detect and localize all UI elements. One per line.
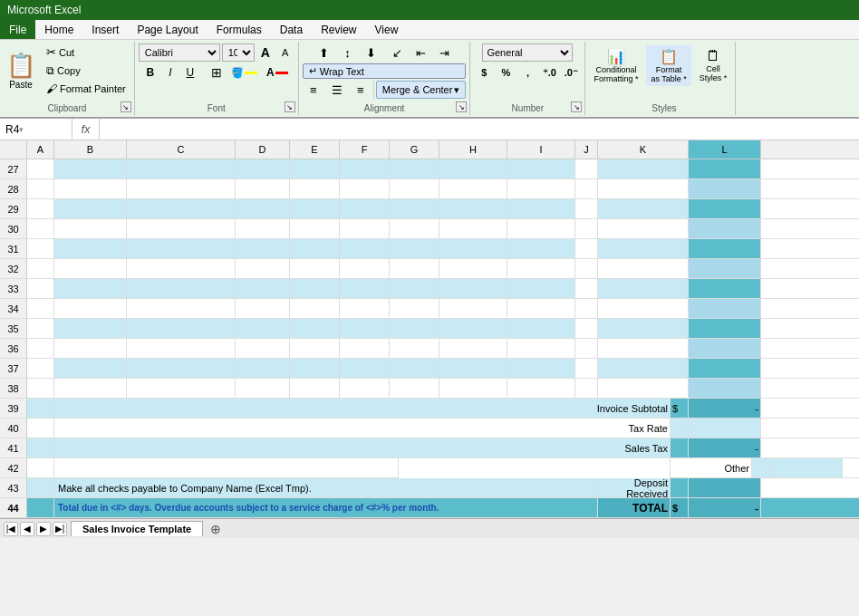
align-bottom[interactable]: ⬇ — [361, 43, 382, 62]
cell-33-a[interactable] — [27, 279, 54, 298]
cell-37-l[interactable] — [689, 359, 761, 378]
cell-36-k[interactable] — [598, 339, 689, 358]
cell-30-g[interactable] — [390, 219, 439, 238]
fx-button[interactable]: fx — [72, 119, 100, 140]
cell-34-f[interactable] — [340, 299, 390, 318]
cell-35-c[interactable] — [127, 319, 236, 338]
cell-43-val[interactable] — [689, 478, 761, 497]
cell-37-d[interactable] — [236, 359, 290, 378]
cell-38-g[interactable] — [390, 379, 439, 398]
cell-33-k[interactable] — [598, 279, 689, 298]
font-size-decrease[interactable]: A — [276, 43, 294, 62]
cell-30-c[interactable] — [127, 219, 236, 238]
cell-37-i[interactable] — [507, 359, 575, 378]
cell-28-g[interactable] — [390, 179, 439, 198]
cell-35-h[interactable] — [439, 319, 507, 338]
cell-28-c[interactable] — [127, 179, 236, 198]
cell-37-h[interactable] — [439, 359, 507, 378]
cell-35-a[interactable] — [27, 319, 54, 338]
cell-40-val[interactable] — [689, 419, 761, 438]
cell-30-f[interactable] — [340, 219, 390, 238]
cell-29-i[interactable] — [507, 199, 575, 218]
cell-41-dollar[interactable] — [671, 438, 689, 457]
cell-31-b[interactable] — [54, 239, 127, 258]
cell-38-h[interactable] — [439, 379, 507, 398]
menu-view[interactable]: View — [366, 20, 408, 39]
cell-32-h[interactable] — [439, 259, 507, 278]
cell-31-f[interactable] — [340, 239, 390, 258]
menu-insert[interactable]: Insert — [82, 20, 128, 39]
cell-37-b[interactable] — [54, 359, 127, 378]
cell-32-k[interactable] — [598, 259, 689, 278]
dec-increase-button[interactable]: ⁺.0 — [539, 63, 559, 82]
cell-33-b[interactable] — [54, 279, 127, 298]
cell-27-f[interactable] — [340, 159, 390, 178]
cell-34-b[interactable] — [54, 299, 127, 318]
cell-30-e[interactable] — [290, 219, 340, 238]
cell-30-h[interactable] — [439, 219, 507, 238]
cell-30-j[interactable] — [575, 219, 598, 238]
cell-28-j[interactable] — [575, 179, 598, 198]
cell-32-e[interactable] — [290, 259, 340, 278]
cell-42-label[interactable]: Other — [671, 458, 752, 477]
format-as-table-button[interactable]: 📋 Format as Table * — [646, 45, 690, 86]
cell-27-b[interactable] — [54, 159, 127, 178]
cell-28-e[interactable] — [290, 179, 340, 198]
cell-31-k[interactable] — [598, 239, 689, 258]
nav-next[interactable]: ▶ — [36, 522, 51, 536]
number-expand[interactable]: ↘ — [571, 101, 582, 112]
cell-30-i[interactable] — [507, 219, 575, 238]
cell-32-l[interactable] — [689, 259, 761, 278]
conditional-formatting-button[interactable]: 📊 Conditional Formatting * — [589, 45, 642, 86]
cell-35-j[interactable] — [575, 319, 598, 338]
cell-33-e[interactable] — [290, 279, 340, 298]
cell-32-c[interactable] — [127, 259, 236, 278]
dollar-button[interactable]: $ — [474, 63, 494, 82]
cell-30-l[interactable] — [689, 219, 761, 238]
cell-36-g[interactable] — [390, 339, 439, 358]
cell-33-l[interactable] — [689, 279, 761, 298]
cell-37-k[interactable] — [598, 359, 689, 378]
cell-27-k[interactable] — [598, 159, 689, 178]
cell-38-k[interactable] — [598, 379, 689, 398]
menu-file[interactable]: File — [0, 20, 35, 39]
cell-43-a[interactable] — [27, 478, 54, 497]
cell-29-d[interactable] — [236, 199, 290, 218]
cell-43-footer-text[interactable]: Make all checks payable to Company Name … — [54, 478, 598, 497]
sheet-tab-sales-invoice[interactable]: Sales Invoice Template — [71, 521, 203, 536]
cell-33-h[interactable] — [439, 279, 507, 298]
cell-31-g[interactable] — [390, 239, 439, 258]
cell-38-c[interactable] — [127, 379, 236, 398]
cell-43-dollar[interactable] — [671, 478, 689, 497]
cell-27-h[interactable] — [439, 159, 507, 178]
cell-28-b[interactable] — [54, 179, 127, 198]
cell-36-e[interactable] — [290, 339, 340, 358]
cell-35-b[interactable] — [54, 319, 127, 338]
cell-44-footer-text2[interactable]: Total due in <#> days. Overdue accounts … — [54, 498, 598, 517]
cell-41-bk-left[interactable]: Sales Tax — [54, 438, 671, 457]
cell-38-l[interactable] — [689, 379, 761, 398]
cell-31-h[interactable] — [439, 239, 507, 258]
cell-28-h[interactable] — [439, 179, 507, 198]
italic-button[interactable]: I — [161, 63, 179, 82]
col-header-a[interactable]: A — [27, 140, 54, 159]
col-header-d[interactable]: D — [236, 140, 290, 159]
cell-31-a[interactable] — [27, 239, 54, 258]
cell-32-d[interactable] — [236, 259, 290, 278]
cell-27-d[interactable] — [236, 159, 290, 178]
cell-41-a[interactable] — [27, 438, 54, 457]
cell-42-a[interactable] — [27, 458, 54, 477]
cell-28-a[interactable] — [27, 179, 54, 198]
cell-reference[interactable]: R4 ▾ — [0, 119, 72, 140]
cell-30-k[interactable] — [598, 219, 689, 238]
cell-34-e[interactable] — [290, 299, 340, 318]
cell-36-h[interactable] — [439, 339, 507, 358]
cell-32-b[interactable] — [54, 259, 127, 278]
cell-33-i[interactable] — [507, 279, 575, 298]
font-size-select[interactable]: 10 — [222, 43, 255, 62]
cell-31-i[interactable] — [507, 239, 575, 258]
cell-32-i[interactable] — [507, 259, 575, 278]
cell-33-j[interactable] — [575, 279, 598, 298]
comma-button[interactable]: , — [517, 63, 537, 82]
cell-31-e[interactable] — [290, 239, 340, 258]
